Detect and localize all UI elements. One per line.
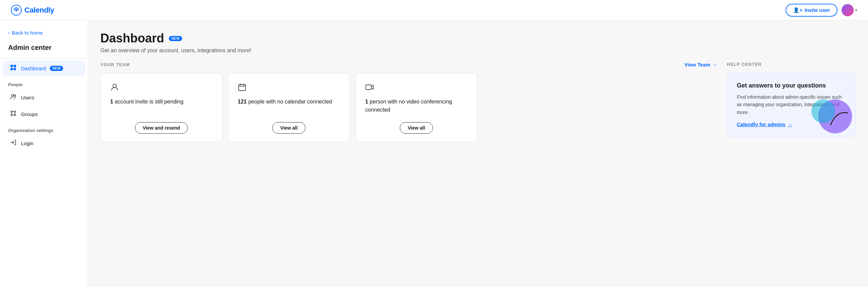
invite-user-icon: 👤+: [793, 7, 803, 13]
help-card-text: Find information about admin-specific is…: [737, 93, 846, 116]
page-header: Dashboard NEW Get an overview of your ac…: [100, 31, 856, 54]
invite-card-text: 1 account invite is still pending: [110, 98, 213, 106]
help-center-section: HELP CENTER Get answers to your question…: [727, 62, 856, 142]
login-icon: [9, 139, 17, 148]
svg-point-7: [14, 95, 16, 97]
calendly-logo-icon: [11, 5, 22, 16]
stat-cards-row: 1 account invite is still pending View a…: [100, 73, 717, 142]
calendar-card-text: 121 people with no calendar connected: [238, 98, 340, 106]
user-avatar-wrapper[interactable]: ▾: [842, 4, 857, 16]
chevron-down-icon: ▾: [855, 8, 857, 13]
video-action-row: View all: [365, 122, 468, 134]
help-card-title: Get answers to your questions: [737, 82, 846, 89]
page-subtitle: Get an overview of your account, users, …: [100, 47, 856, 54]
logo-text: Calendly: [24, 6, 54, 15]
calendar-stat-card: 121 people with no calendar connected Vi…: [228, 73, 350, 142]
groups-icon: [9, 110, 17, 118]
svg-rect-2: [11, 65, 13, 67]
svg-rect-18: [239, 84, 245, 91]
invite-stat-card: 1 account invite is still pending View a…: [100, 73, 222, 142]
dashboard-icon: [9, 64, 17, 73]
left-column: YOUR TEAM View Team →: [100, 62, 717, 142]
page-title: Dashboard: [100, 31, 164, 45]
svg-point-17: [113, 84, 116, 88]
sidebar-item-groups[interactable]: Groups: [3, 107, 85, 122]
invite-user-button[interactable]: 👤+ Invite user: [786, 4, 837, 17]
dashboard-columns: YOUR TEAM View Team →: [100, 62, 856, 142]
svg-point-9: [14, 111, 16, 112]
org-settings-section-label: Organization settings: [0, 122, 88, 135]
sidebar: ‹ Back to home Admin center Dashboard NE…: [0, 20, 88, 287]
svg-rect-4: [11, 68, 13, 70]
top-navigation: Calendly 👤+ Invite user ▾: [0, 0, 868, 20]
your-team-section-header: YOUR TEAM View Team →: [100, 62, 717, 68]
view-and-resend-button[interactable]: View and resend: [135, 122, 188, 134]
topnav-right: 👤+ Invite user ▾: [786, 4, 857, 17]
back-chevron-icon: ‹: [8, 30, 10, 36]
sidebar-item-users[interactable]: Users: [3, 90, 85, 105]
help-card: Get answers to your questions Find infor…: [727, 72, 856, 137]
link-arrow-icon: →: [787, 121, 792, 127]
calendar-card-icon: [238, 83, 340, 94]
main-content: Dashboard NEW Get an overview of your ac…: [88, 20, 868, 287]
page-title-row: Dashboard NEW: [100, 31, 856, 45]
svg-point-11: [14, 114, 16, 116]
arrow-right-icon: →: [712, 62, 717, 68]
svg-rect-22: [366, 85, 371, 90]
view-team-link[interactable]: View Team →: [685, 62, 717, 68]
admin-center-title: Admin center: [0, 41, 88, 57]
svg-rect-3: [14, 65, 16, 67]
video-card-icon: [365, 83, 468, 94]
calendar-action-row: View all: [238, 122, 340, 134]
invite-card-icon: [110, 83, 213, 94]
video-stat-card: 1 person with no video conferencing conn…: [355, 73, 477, 142]
logo[interactable]: Calendly: [11, 5, 54, 16]
svg-point-1: [15, 9, 17, 11]
sidebar-item-dashboard[interactable]: Dashboard NEW: [3, 61, 85, 76]
svg-point-8: [11, 111, 12, 112]
sidebar-divider: [0, 58, 88, 59]
users-icon: [9, 93, 17, 102]
people-section-label: People: [0, 77, 88, 89]
sidebar-item-login[interactable]: Login: [3, 136, 85, 151]
invite-action-row: View and resend: [110, 122, 213, 134]
main-layout: ‹ Back to home Admin center Dashboard NE…: [0, 20, 868, 287]
video-card-text: 1 person with no video conferencing conn…: [365, 98, 468, 114]
your-team-label: YOUR TEAM: [100, 62, 130, 67]
page-new-badge: NEW: [169, 36, 182, 41]
svg-rect-5: [14, 68, 16, 70]
help-center-label: HELP CENTER: [727, 62, 856, 67]
svg-point-10: [11, 114, 12, 116]
calendar-view-all-button[interactable]: View all: [272, 122, 305, 134]
video-view-all-button[interactable]: View all: [400, 122, 433, 134]
avatar: [842, 4, 854, 16]
back-to-home-link[interactable]: ‹ Back to home: [0, 27, 88, 38]
svg-point-6: [12, 94, 14, 96]
calendly-for-admins-link[interactable]: Calendly for admins →: [737, 121, 846, 127]
